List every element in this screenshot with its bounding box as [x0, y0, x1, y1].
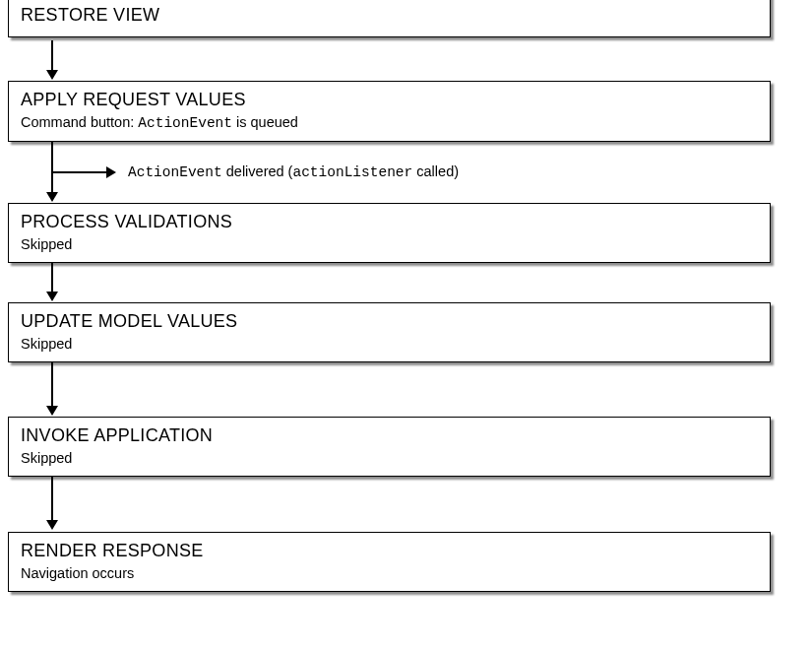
phase-subtitle: Skipped	[21, 336, 758, 352]
phase-subtitle: Command button: ActionEvent is queued	[21, 114, 758, 131]
arrow-down-icon	[44, 262, 60, 301]
arrow-down-icon	[44, 476, 60, 530]
branch-annotation: ActionEvent delivered (actionListener ca…	[128, 163, 459, 180]
phase-update-model-values: UPDATE MODEL VALUES Skipped	[8, 302, 771, 362]
annotation-code: ActionEvent	[128, 164, 222, 180]
phase-title: APPLY REQUEST VALUES	[21, 90, 758, 110]
phase-apply-request-values: APPLY REQUEST VALUES Command button: Act…	[8, 81, 771, 142]
annotation-code: actionListener	[292, 164, 412, 180]
phase-restore-view: RESTORE VIEW	[8, 0, 771, 37]
phase-title: PROCESS VALIDATIONS	[21, 212, 758, 232]
arrow-down-icon	[44, 40, 60, 80]
annotation-text: called)	[412, 163, 459, 179]
phase-process-validations: PROCESS VALIDATIONS Skipped	[8, 203, 771, 263]
subtitle-code: ActionEvent	[138, 115, 232, 131]
subtitle-text: Command button:	[21, 114, 138, 130]
phase-title: INVOKE APPLICATION	[21, 425, 758, 446]
arrow-down-icon	[44, 361, 60, 416]
subtitle-text: is queued	[232, 114, 298, 130]
phase-title: RESTORE VIEW	[21, 5, 758, 26]
phase-subtitle: Navigation occurs	[21, 565, 758, 581]
phase-title: RENDER RESPONSE	[21, 541, 758, 561]
phase-render-response: RENDER RESPONSE Navigation occurs	[8, 532, 771, 592]
phase-subtitle: Skipped	[21, 450, 758, 466]
phase-title: UPDATE MODEL VALUES	[21, 311, 758, 332]
phase-invoke-application: INVOKE APPLICATION Skipped	[8, 417, 771, 477]
annotation-text: delivered (	[222, 163, 293, 179]
arrow-right-icon	[52, 166, 116, 178]
phase-subtitle: Skipped	[21, 236, 758, 252]
